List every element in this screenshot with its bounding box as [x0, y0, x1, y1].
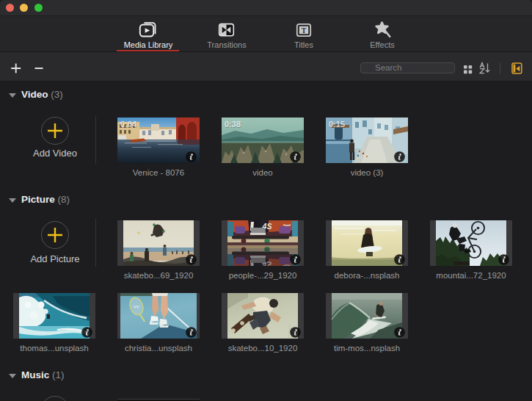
svg-text:T: T [302, 26, 307, 35]
svg-text:0:15: 0:15 [329, 120, 345, 129]
svg-text:0:38: 0:38 [225, 120, 241, 129]
svg-text:0:04: 0:04 [120, 120, 137, 129]
